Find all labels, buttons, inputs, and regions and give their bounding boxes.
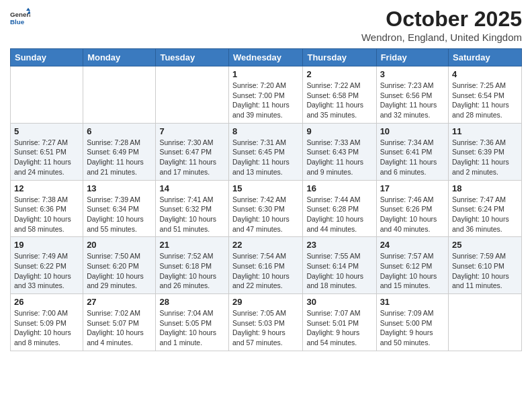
table-row: 17Sunrise: 7:46 AMSunset: 6:26 PMDayligh… (376, 180, 448, 237)
table-row (449, 294, 522, 351)
col-tuesday: Tuesday (156, 49, 229, 66)
day-number: 21 (159, 240, 225, 250)
day-info: Sunrise: 7:41 AMSunset: 6:32 PMDaylight:… (159, 195, 225, 234)
day-number: 8 (232, 126, 299, 136)
table-row: 12Sunrise: 7:38 AMSunset: 6:36 PMDayligh… (11, 180, 83, 237)
day-info: Sunrise: 7:33 AMSunset: 6:43 PMDaylight:… (306, 138, 372, 177)
table-row (11, 66, 83, 124)
calendar-week-4: 19Sunrise: 7:49 AMSunset: 6:22 PMDayligh… (11, 237, 522, 294)
day-number: 28 (159, 297, 225, 307)
day-number: 3 (380, 69, 445, 79)
day-number: 16 (306, 183, 372, 193)
table-row: 30Sunrise: 7:07 AMSunset: 5:01 PMDayligh… (303, 294, 376, 351)
table-row (83, 66, 156, 124)
table-row (156, 66, 229, 124)
day-number: 25 (452, 240, 518, 250)
svg-text:Blue: Blue (10, 18, 25, 26)
calendar-week-3: 12Sunrise: 7:38 AMSunset: 6:36 PMDayligh… (11, 180, 522, 237)
day-info: Sunrise: 7:54 AMSunset: 6:16 PMDaylight:… (232, 251, 299, 291)
table-row: 13Sunrise: 7:39 AMSunset: 6:34 PMDayligh… (83, 180, 156, 237)
day-number: 5 (14, 126, 79, 136)
calendar-week-2: 5Sunrise: 7:27 AMSunset: 6:51 PMDaylight… (11, 123, 522, 180)
day-number: 24 (380, 240, 445, 250)
day-info: Sunrise: 7:47 AMSunset: 6:24 PMDaylight:… (452, 195, 518, 234)
day-info: Sunrise: 7:22 AMSunset: 6:58 PMDaylight:… (306, 81, 372, 120)
day-number: 27 (87, 297, 152, 307)
day-number: 4 (452, 69, 518, 79)
calendar-week-5: 26Sunrise: 7:00 AMSunset: 5:09 PMDayligh… (11, 294, 522, 351)
location: Wendron, England, United Kingdom (361, 32, 522, 43)
day-number: 22 (232, 240, 299, 250)
table-row: 21Sunrise: 7:52 AMSunset: 6:18 PMDayligh… (156, 237, 229, 294)
header-row: Sunday Monday Tuesday Wednesday Thursday… (11, 49, 522, 66)
table-row: 31Sunrise: 7:09 AMSunset: 5:00 PMDayligh… (376, 294, 448, 351)
day-info: Sunrise: 7:44 AMSunset: 6:28 PMDaylight:… (306, 195, 372, 234)
day-info: Sunrise: 7:27 AMSunset: 6:51 PMDaylight:… (14, 138, 79, 177)
day-info: Sunrise: 7:49 AMSunset: 6:22 PMDaylight:… (14, 251, 79, 291)
table-row: 27Sunrise: 7:02 AMSunset: 5:07 PMDayligh… (83, 294, 156, 351)
day-info: Sunrise: 7:31 AMSunset: 6:45 PMDaylight:… (232, 138, 299, 177)
col-saturday: Saturday (449, 49, 522, 66)
day-number: 6 (87, 126, 152, 136)
table-row: 29Sunrise: 7:05 AMSunset: 5:03 PMDayligh… (229, 294, 303, 351)
day-number: 7 (159, 126, 225, 136)
col-sunday: Sunday (11, 49, 83, 66)
day-info: Sunrise: 7:30 AMSunset: 6:47 PMDaylight:… (159, 138, 225, 177)
day-number: 15 (232, 183, 299, 193)
day-info: Sunrise: 7:02 AMSunset: 5:07 PMDaylight:… (87, 308, 152, 348)
table-row: 19Sunrise: 7:49 AMSunset: 6:22 PMDayligh… (11, 237, 83, 294)
day-number: 11 (452, 126, 518, 136)
day-info: Sunrise: 7:38 AMSunset: 6:36 PMDaylight:… (14, 195, 79, 234)
calendar-table: Sunday Monday Tuesday Wednesday Thursday… (10, 48, 522, 351)
logo: General Blue (10, 7, 32, 27)
svg-marker-2 (26, 8, 30, 11)
calendar-week-1: 1Sunrise: 7:20 AMSunset: 7:00 PMDaylight… (11, 66, 522, 124)
day-info: Sunrise: 7:39 AMSunset: 6:34 PMDaylight:… (87, 195, 152, 234)
table-row: 18Sunrise: 7:47 AMSunset: 6:24 PMDayligh… (449, 180, 522, 237)
day-number: 9 (306, 126, 372, 136)
day-info: Sunrise: 7:09 AMSunset: 5:00 PMDaylight:… (380, 308, 445, 348)
day-number: 18 (452, 183, 518, 193)
day-number: 30 (306, 297, 372, 307)
day-number: 2 (306, 69, 372, 79)
day-number: 26 (14, 297, 79, 307)
day-info: Sunrise: 7:59 AMSunset: 6:10 PMDaylight:… (452, 251, 518, 291)
day-number: 19 (14, 240, 79, 250)
day-info: Sunrise: 7:42 AMSunset: 6:30 PMDaylight:… (232, 195, 299, 234)
day-number: 17 (380, 183, 445, 193)
day-number: 23 (306, 240, 372, 250)
day-info: Sunrise: 7:52 AMSunset: 6:18 PMDaylight:… (159, 251, 225, 291)
col-monday: Monday (83, 49, 156, 66)
table-row: 20Sunrise: 7:50 AMSunset: 6:20 PMDayligh… (83, 237, 156, 294)
table-row: 11Sunrise: 7:36 AMSunset: 6:39 PMDayligh… (449, 123, 522, 180)
day-info: Sunrise: 7:36 AMSunset: 6:39 PMDaylight:… (452, 138, 518, 177)
day-info: Sunrise: 7:46 AMSunset: 6:26 PMDaylight:… (380, 195, 445, 234)
day-info: Sunrise: 7:34 AMSunset: 6:41 PMDaylight:… (380, 138, 445, 177)
table-row: 2Sunrise: 7:22 AMSunset: 6:58 PMDaylight… (303, 66, 376, 124)
table-row: 15Sunrise: 7:42 AMSunset: 6:30 PMDayligh… (229, 180, 303, 237)
table-row: 8Sunrise: 7:31 AMSunset: 6:45 PMDaylight… (229, 123, 303, 180)
day-info: Sunrise: 7:20 AMSunset: 7:00 PMDaylight:… (232, 81, 299, 120)
day-number: 29 (232, 297, 299, 307)
table-row: 23Sunrise: 7:55 AMSunset: 6:14 PMDayligh… (303, 237, 376, 294)
table-row: 6Sunrise: 7:28 AMSunset: 6:49 PMDaylight… (83, 123, 156, 180)
day-info: Sunrise: 7:57 AMSunset: 6:12 PMDaylight:… (380, 251, 445, 291)
day-info: Sunrise: 7:28 AMSunset: 6:49 PMDaylight:… (87, 138, 152, 177)
day-info: Sunrise: 7:00 AMSunset: 5:09 PMDaylight:… (14, 308, 79, 348)
day-number: 13 (87, 183, 152, 193)
table-row: 26Sunrise: 7:00 AMSunset: 5:09 PMDayligh… (11, 294, 83, 351)
day-info: Sunrise: 7:25 AMSunset: 6:54 PMDaylight:… (452, 81, 518, 120)
day-info: Sunrise: 7:07 AMSunset: 5:01 PMDaylight:… (306, 308, 372, 348)
day-number: 10 (380, 126, 445, 136)
day-info: Sunrise: 7:04 AMSunset: 5:05 PMDaylight:… (159, 308, 225, 348)
day-number: 1 (232, 69, 299, 79)
col-friday: Friday (376, 49, 448, 66)
table-row: 16Sunrise: 7:44 AMSunset: 6:28 PMDayligh… (303, 180, 376, 237)
table-row: 10Sunrise: 7:34 AMSunset: 6:41 PMDayligh… (376, 123, 448, 180)
table-row: 14Sunrise: 7:41 AMSunset: 6:32 PMDayligh… (156, 180, 229, 237)
table-row: 22Sunrise: 7:54 AMSunset: 6:16 PMDayligh… (229, 237, 303, 294)
table-row: 24Sunrise: 7:57 AMSunset: 6:12 PMDayligh… (376, 237, 448, 294)
col-wednesday: Wednesday (229, 49, 303, 66)
day-info: Sunrise: 7:50 AMSunset: 6:20 PMDaylight:… (87, 251, 152, 291)
day-number: 14 (159, 183, 225, 193)
